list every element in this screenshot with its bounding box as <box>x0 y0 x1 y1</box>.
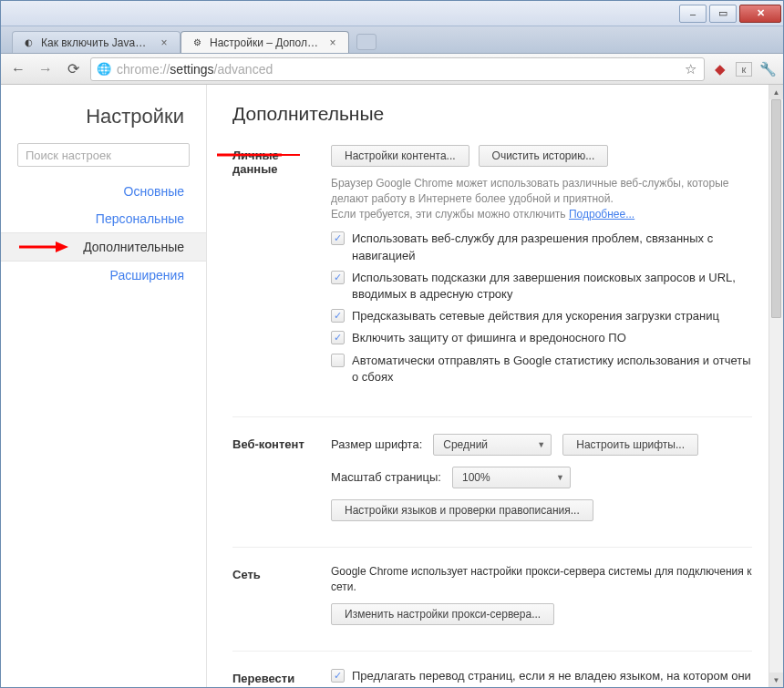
checkbox-label: Включить защиту от фишинга и вредоносног… <box>352 330 626 346</box>
sidebar-item-personal[interactable]: Персональные <box>1 205 206 232</box>
section-divider <box>232 416 752 417</box>
favicon-icon: ◐ <box>22 36 36 49</box>
tab-close-icon[interactable]: × <box>326 36 339 49</box>
wrench-menu-icon[interactable]: 🔧 <box>759 61 776 77</box>
checkbox-label: Автоматически отправлять в Google статис… <box>352 353 752 385</box>
section-web-content: Веб-контент Размер шрифта: Средний ▼ Нас… <box>232 434 752 521</box>
search-input[interactable] <box>17 143 190 167</box>
checkbox-icon <box>331 354 345 367</box>
network-description: Google Chrome использует настройки прокс… <box>331 564 752 595</box>
scroll-up-button[interactable]: ▲ <box>769 85 783 99</box>
favicon-icon: ⚙ <box>191 36 204 49</box>
content-settings-button[interactable]: Настройки контента... <box>331 145 469 167</box>
new-tab-button[interactable] <box>356 34 377 50</box>
font-size-select[interactable]: Средний ▼ <box>433 434 552 456</box>
customize-fonts-button[interactable]: Настроить шрифты... <box>562 434 698 456</box>
sidebar-item-label: Дополнительные <box>83 240 184 254</box>
maximize-button[interactable]: ▭ <box>709 5 737 23</box>
minimize-button[interactable]: – <box>679 5 707 23</box>
window-titlebar: – ▭ ✕ <box>1 1 783 26</box>
learn-more-link[interactable]: Подробнее... <box>569 208 634 221</box>
browser-toolbar: ← → ⟳ 🌐 chrome://settings/advanced ☆ ◆ к… <box>1 54 783 85</box>
checkbox-usage-stats[interactable]: Автоматически отправлять в Google статис… <box>331 353 752 385</box>
reload-button[interactable]: ⟳ <box>63 59 83 79</box>
section-label: Веб-контент <box>232 434 331 521</box>
star-icon[interactable]: ☆ <box>682 61 698 77</box>
page-heading: Дополнительные <box>232 103 752 125</box>
close-window-button[interactable]: ✕ <box>739 5 781 23</box>
font-size-label: Размер шрифта: <box>331 437 422 451</box>
section-translate: Перевести ✓ Предлагать перевод страниц, … <box>232 668 752 687</box>
chevron-down-icon: ▼ <box>537 440 545 449</box>
page-zoom-label: Масштаб страницы: <box>331 470 441 484</box>
section-label: Личные данные <box>232 145 331 391</box>
section-label: Сеть <box>232 564 331 626</box>
section-divider <box>232 651 752 652</box>
section-divider <box>232 547 752 548</box>
back-button[interactable]: ← <box>8 59 28 79</box>
section-network: Сеть Google Chrome использует настройки … <box>232 564 752 626</box>
svg-marker-1 <box>56 241 68 252</box>
scroll-down-button[interactable]: ▼ <box>769 673 783 687</box>
tab-background[interactable]: ◐ Как включить JavaScript в × <box>12 31 181 53</box>
clear-history-button[interactable]: Очистить историю... <box>479 145 609 167</box>
extension-k-icon[interactable]: к <box>736 62 752 77</box>
checkbox-icon: ✓ <box>331 669 345 683</box>
url-path: /advanced <box>214 62 273 77</box>
extension-icon[interactable]: ◆ <box>712 61 728 77</box>
search-settings-box <box>17 143 190 167</box>
settings-main: Дополнительные Личные данные Настройки к… <box>207 85 769 687</box>
sidebar-item-advanced[interactable]: Дополнительные <box>1 232 206 262</box>
checkbox-icon: ✓ <box>331 331 345 344</box>
tab-strip: ◐ Как включить JavaScript в × ⚙ Настройк… <box>1 26 783 54</box>
red-arrow-icon <box>17 239 68 255</box>
sidebar-nav: Основные Персональные Дополнительные Рас… <box>1 178 206 289</box>
browser-window: – ▭ ✕ ◐ Как включить JavaScript в × ⚙ На… <box>0 0 784 688</box>
language-settings-button[interactable]: Настройки языков и проверки правописания… <box>331 499 593 521</box>
sidebar-item-basic[interactable]: Основные <box>1 178 206 205</box>
checkbox-phishing-protection[interactable]: ✓ Включить защиту от фишинга и вредоносн… <box>331 330 752 346</box>
checkbox-predict-network[interactable]: ✓ Предсказывать сетевые действия для уск… <box>331 308 752 324</box>
checkbox-suggestions[interactable]: ✓ Использовать подсказки для завершения … <box>331 270 752 303</box>
forward-button[interactable]: → <box>36 59 56 79</box>
scrollbar-thumb[interactable] <box>771 99 781 318</box>
checkbox-icon: ✓ <box>331 309 345 323</box>
globe-icon: 🌐 <box>97 62 111 76</box>
section-label-line1: Личные <box>232 149 331 162</box>
checkbox-offer-translate[interactable]: ✓ Предлагать перевод страниц, если я не … <box>331 668 752 687</box>
tab-active[interactable]: ⚙ Настройки – Дополнительн × <box>181 31 349 53</box>
checkbox-label: Использовать подсказки для завершения по… <box>352 270 752 303</box>
tab-close-icon[interactable]: × <box>158 36 170 49</box>
url-host: settings <box>170 62 213 77</box>
sidebar-item-extensions[interactable]: Расширения <box>1 262 206 289</box>
checkbox-icon: ✓ <box>331 271 345 284</box>
tab-title: Как включить JavaScript в <box>41 36 152 49</box>
chevron-down-icon: ▼ <box>556 473 564 482</box>
scrollbar-track[interactable] <box>769 99 783 673</box>
url-scheme: chrome:// <box>117 62 170 77</box>
section-label-line2: данные <box>232 162 331 176</box>
proxy-settings-button[interactable]: Изменить настройки прокси-сервера... <box>331 603 554 625</box>
settings-sidebar: Настройки Основные Персональные Дополнит… <box>1 85 207 687</box>
checkbox-label: Предлагать перевод страниц, если я не вл… <box>352 668 752 687</box>
content-area: Настройки Основные Персональные Дополнит… <box>1 85 783 687</box>
checkbox-icon: ✓ <box>331 231 345 245</box>
sidebar-title: Настройки <box>1 105 206 143</box>
checkbox-navigation-service[interactable]: ✓ Использовать веб-службу для разрешения… <box>331 231 752 263</box>
privacy-description: Браузер Google Chrome может использовать… <box>331 176 752 221</box>
section-privacy: Личные данные Настройки контента... Очис… <box>232 145 752 391</box>
checkbox-label: Предсказывать сетевые действия для ускор… <box>352 308 719 324</box>
section-label: Перевести <box>232 668 331 687</box>
checkbox-label: Использовать веб-службу для разрешения п… <box>352 231 752 263</box>
address-bar[interactable]: 🌐 chrome://settings/advanced ☆ <box>90 57 705 81</box>
tab-title: Настройки – Дополнительн <box>210 36 321 49</box>
page-zoom-select[interactable]: 100% ▼ <box>452 467 571 488</box>
vertical-scrollbar[interactable]: ▲ ▼ <box>769 85 783 687</box>
